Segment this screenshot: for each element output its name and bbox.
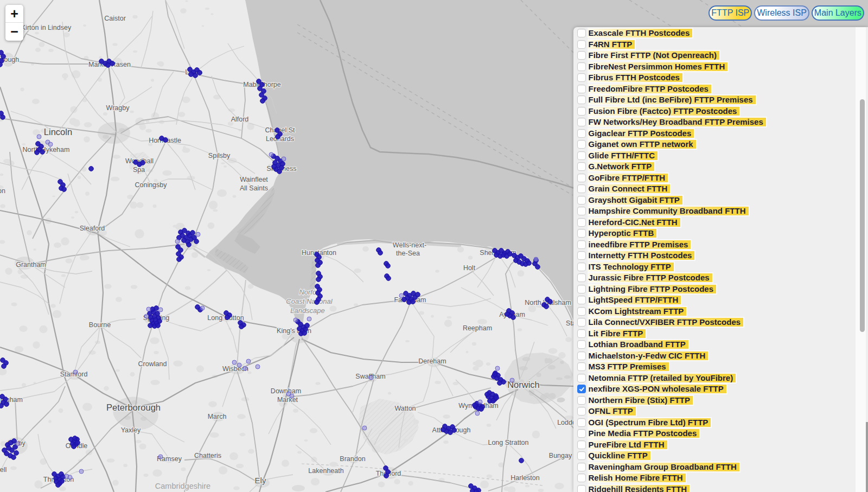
svg-text:Wragby: Wragby: [106, 104, 130, 112]
svg-text:ell: ell: [0, 466, 7, 474]
svg-text:Holt: Holt: [463, 264, 476, 272]
svg-text:Crowland: Crowland: [138, 360, 167, 368]
svg-text:Spa: Spa: [133, 166, 145, 174]
svg-text:Coningsby: Coningsby: [135, 181, 167, 189]
svg-text:Sleaford: Sleaford: [80, 225, 105, 232]
svg-text:Yaxley: Yaxley: [121, 426, 141, 434]
svg-text:Watton: Watton: [394, 405, 416, 412]
svg-text:Long Stratton: Long Stratton: [488, 439, 528, 446]
svg-text:Alford: Alford: [231, 116, 249, 123]
svg-text:Brandon: Brandon: [340, 455, 365, 463]
svg-text:March: March: [208, 413, 227, 420]
svg-text:Bungay: Bungay: [549, 452, 572, 459]
svg-text:Landscape: Landscape: [290, 306, 325, 315]
svg-text:Reepham: Reepham: [463, 324, 492, 332]
svg-text:the-Sea: the-Sea: [396, 250, 420, 257]
svg-text:All Saints: All Saints: [240, 184, 268, 192]
svg-text:Peterborough: Peterborough: [106, 402, 161, 412]
svg-text:Caistor: Caistor: [104, 15, 126, 22]
svg-text:Bourne: Bourne: [89, 321, 111, 329]
svg-text:Harleston: Harleston: [510, 474, 540, 482]
svg-text:Grantham: Grantham: [16, 261, 46, 269]
svg-text:Lakenheath: Lakenheath: [308, 467, 343, 475]
svg-text:Spilsby: Spilsby: [208, 152, 231, 159]
svg-text:Lincoln: Lincoln: [44, 127, 72, 137]
svg-text:Wainfleet: Wainfleet: [240, 176, 268, 183]
svg-text:Downham: Downham: [271, 387, 301, 395]
svg-text:Coast National: Coast National: [286, 297, 333, 305]
svg-text:Dereham: Dereham: [418, 357, 446, 365]
svg-text:Cambridgeshire: Cambridgeshire: [155, 482, 210, 490]
svg-text:Wells-next-: Wells-next-: [393, 241, 426, 249]
svg-text:Kirton in Lindsey: Kirton in Lindsey: [21, 24, 72, 31]
svg-text:North Hykeham: North Hykeham: [23, 146, 70, 154]
svg-text:on: on: [0, 187, 5, 195]
svg-text:Chatteris: Chatteris: [194, 452, 221, 459]
svg-text:Market: Market: [277, 396, 298, 404]
svg-text:Ely: Ely: [255, 476, 266, 485]
